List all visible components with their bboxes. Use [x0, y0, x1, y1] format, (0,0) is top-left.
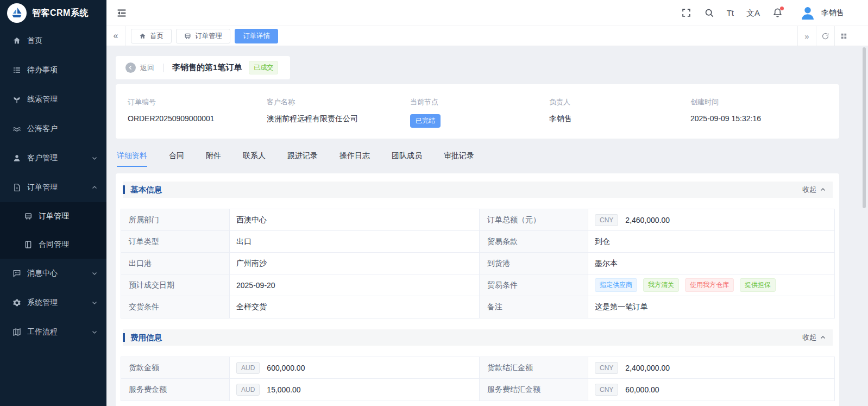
- app-logo: [7, 3, 27, 23]
- field-label: 货款金额: [121, 357, 230, 378]
- collapse-fee-info-button[interactable]: 收起: [802, 333, 826, 342]
- search-icon[interactable]: [704, 8, 714, 18]
- field-value: 出口: [230, 231, 480, 252]
- nav-tab-order-management[interactable]: 订单管理: [176, 29, 230, 43]
- trade-condition-tag: 提供担保: [740, 278, 776, 292]
- summary-field-node: 当前节点 已完结: [410, 97, 549, 139]
- notebook-icon: [24, 240, 33, 249]
- sidebar: 智客CRM系统 首页 待办事项 线索管理 公海客户 客户管理: [0, 0, 106, 406]
- top-header: Tt 文A 李销售: [106, 0, 868, 26]
- chevron-up-icon: [91, 184, 98, 191]
- notification-dot: [780, 7, 784, 10]
- sidebar-item-system[interactable]: 系统管理: [0, 288, 106, 317]
- sidebar-item-workflow[interactable]: 工作流程: [0, 317, 106, 347]
- tab-team-members[interactable]: 团队成员: [392, 151, 422, 167]
- field-value: 指定供应商 我方清关 使用我方仓库 提供担保: [588, 274, 834, 296]
- field-value: 全样交货: [230, 296, 480, 318]
- translate-icon[interactable]: 文A: [746, 8, 760, 18]
- field-label: 订单总额（元）: [480, 209, 588, 230]
- gear-icon: [12, 298, 21, 307]
- field-value: 西澳中心: [230, 209, 480, 230]
- sidebar-item-leads[interactable]: 线索管理: [0, 85, 106, 114]
- order-title: 李销售的第1笔订单: [172, 63, 242, 73]
- node-status-badge: 已完结: [410, 114, 441, 128]
- tab-contacts[interactable]: 联系人: [243, 151, 266, 167]
- seedling-icon: [12, 95, 21, 104]
- user-menu[interactable]: 李销售: [800, 5, 844, 21]
- tab-operation-log[interactable]: 操作日志: [339, 151, 370, 167]
- fullscreen-icon[interactable]: [681, 8, 691, 18]
- font-size-icon[interactable]: Tt: [727, 8, 734, 18]
- detail-content-card: 基本信息 收起 所属部门 西澳中心 订单总额（元） CNY 2,460,000.…: [116, 173, 839, 406]
- chevron-up-icon: [820, 334, 826, 341]
- nav-tab-home[interactable]: 首页: [131, 29, 172, 43]
- sidebar-subitem-contract-management[interactable]: 合同管理: [0, 230, 106, 259]
- collapse-basic-info-button[interactable]: 收起: [802, 185, 826, 195]
- field-value: CNY 60,000.00: [588, 379, 834, 401]
- field-label: 服务费金额: [121, 379, 230, 401]
- refresh-icon[interactable]: [816, 26, 834, 46]
- back-icon[interactable]: [125, 63, 136, 73]
- app-title: 智客CRM系统: [32, 8, 89, 19]
- chevron-down-icon: [91, 270, 98, 277]
- currency-tag: CNY: [595, 214, 618, 226]
- field-label: 货款结汇金额: [480, 357, 588, 378]
- currency-tag: AUD: [236, 362, 260, 374]
- table-row: 预计成交日期 2025-09-20 贸易条件 指定供应商 我方清关 使用我方仓库…: [121, 274, 834, 296]
- vertical-scrollbar[interactable]: [863, 47, 866, 208]
- truck-icon: [24, 212, 33, 221]
- tab-attachments[interactable]: 附件: [206, 151, 221, 167]
- chevron-down-icon: [91, 329, 98, 335]
- table-row: 订单类型 出口 贸易条款 到仓: [121, 231, 834, 253]
- user-name: 李销售: [821, 8, 844, 18]
- tab-scroll-left[interactable]: «: [106, 26, 125, 46]
- tabbar-controls: »: [797, 26, 868, 46]
- back-button[interactable]: 返回: [140, 63, 154, 73]
- sidebar-subitem-order-management[interactable]: 订单管理: [0, 202, 106, 230]
- sidebar-item-todos[interactable]: 待办事项: [0, 55, 106, 85]
- table-row: 货款金额 AUD 600,000.00 货款结汇金额 CNY 2,400,000…: [121, 357, 834, 379]
- field-label: 预计成交日期: [121, 274, 230, 296]
- person-icon: [12, 154, 21, 163]
- summary-field-owner: 负责人 李销售: [549, 97, 690, 139]
- summary-field-created: 创建时间 2025-09-09 15:32:16: [690, 97, 839, 139]
- accent-bar: [123, 333, 125, 342]
- notifications-bell[interactable]: [772, 8, 783, 18]
- tab-detail-info[interactable]: 详细资料: [117, 151, 147, 167]
- sidebar-item-orders[interactable]: 订单管理: [0, 173, 106, 202]
- chevron-up-icon: [820, 186, 826, 193]
- field-value: AUD 15,000.00: [230, 379, 480, 401]
- tab-follow-ups[interactable]: 跟进记录: [287, 151, 318, 167]
- sidebar-item-open-sea[interactable]: 公海客户: [0, 114, 106, 143]
- collapse-sidebar-icon[interactable]: [116, 7, 128, 19]
- field-value: 到仓: [588, 231, 834, 252]
- divider: [163, 64, 163, 72]
- sidebar-item-customers[interactable]: 客户管理: [0, 143, 106, 173]
- nav-tab-order-detail[interactable]: 订单详情: [235, 29, 278, 43]
- accent-bar: [123, 185, 125, 194]
- detail-tabs: 详细资料 合同 附件 联系人 跟进记录 操作日志 团队成员 审批记录: [117, 151, 839, 167]
- field-label: 出口港: [121, 253, 230, 274]
- topbar-tools: Tt 文A 李销售: [681, 5, 844, 21]
- section-title: 基本信息: [130, 185, 162, 195]
- order-page-header: 返回 李销售的第1笔订单 已成交: [116, 56, 290, 79]
- sidebar-item-home[interactable]: 首页: [0, 26, 106, 55]
- tab-approval-records[interactable]: 审批记录: [444, 151, 474, 167]
- field-label: 备注: [480, 296, 588, 318]
- field-value: 这是第一笔订单: [588, 296, 834, 318]
- waves-icon: [12, 124, 21, 133]
- basic-info-table: 所属部门 西澳中心 订单总额（元） CNY 2,460,000.00 订单类型 …: [121, 209, 835, 318]
- table-row: 交货条件 全样交货 备注 这是第一笔订单: [121, 296, 834, 318]
- tab-contract[interactable]: 合同: [169, 151, 184, 167]
- tab-scroll-right[interactable]: »: [797, 26, 816, 46]
- field-label: 订单类型: [121, 231, 230, 252]
- sidebar-item-messages[interactable]: 消息中心: [0, 259, 106, 288]
- field-label: 服务费结汇金额: [480, 379, 588, 401]
- section-title: 费用信息: [130, 333, 162, 343]
- layout-grid-icon[interactable]: [834, 26, 853, 46]
- field-value: 广州南沙: [230, 253, 480, 274]
- field-label: 交货条件: [121, 296, 230, 318]
- chevron-down-icon: [91, 299, 98, 306]
- summary-field-order-no: 订单编号 ORDER20250909000001: [128, 97, 267, 139]
- field-label: 到货港: [480, 253, 588, 274]
